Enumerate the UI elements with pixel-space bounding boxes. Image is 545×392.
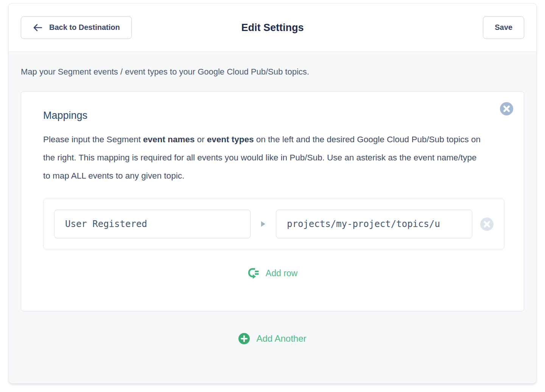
- content-area: Map your Segment events / event types to…: [9, 52, 536, 383]
- arrow-right-icon: [261, 221, 265, 227]
- card-description: Please input the Segment event names or …: [43, 131, 484, 185]
- back-button-label: Back to Destination: [49, 23, 120, 32]
- arrow-left-icon: [33, 23, 43, 32]
- remove-row-button[interactable]: [480, 217, 494, 231]
- description-text: or: [195, 135, 207, 144]
- save-button[interactable]: Save: [483, 16, 524, 39]
- settings-window: Back to Destination Edit Settings Save M…: [8, 3, 537, 384]
- mappings-card: Mappings Please input the Segment event …: [21, 91, 524, 311]
- intro-text: Map your Segment events / event types to…: [21, 67, 524, 77]
- header: Back to Destination Edit Settings Save: [9, 3, 536, 52]
- description-bold-event-types: event types: [207, 135, 254, 144]
- card-close-button[interactable]: [500, 102, 513, 115]
- close-icon: [500, 102, 513, 115]
- description-bold-event-names: event names: [143, 135, 195, 144]
- add-row-button[interactable]: Add row: [245, 267, 300, 280]
- event-name-input[interactable]: [54, 210, 251, 238]
- card-title: Mappings: [43, 110, 502, 121]
- description-text: Please input the Segment: [43, 135, 143, 144]
- remove-row-icon: [480, 218, 494, 231]
- topic-input[interactable]: [276, 210, 472, 238]
- mapping-row: [43, 199, 505, 249]
- insert-row-icon: [248, 267, 260, 280]
- add-row-label: Add row: [266, 268, 297, 278]
- plus-circle-icon: [238, 333, 250, 344]
- add-another-label: Add Another: [256, 333, 306, 344]
- mapping-separator: [251, 221, 276, 227]
- back-button[interactable]: Back to Destination: [21, 16, 132, 39]
- page-title: Edit Settings: [241, 22, 304, 33]
- add-another-button[interactable]: Add Another: [236, 333, 308, 345]
